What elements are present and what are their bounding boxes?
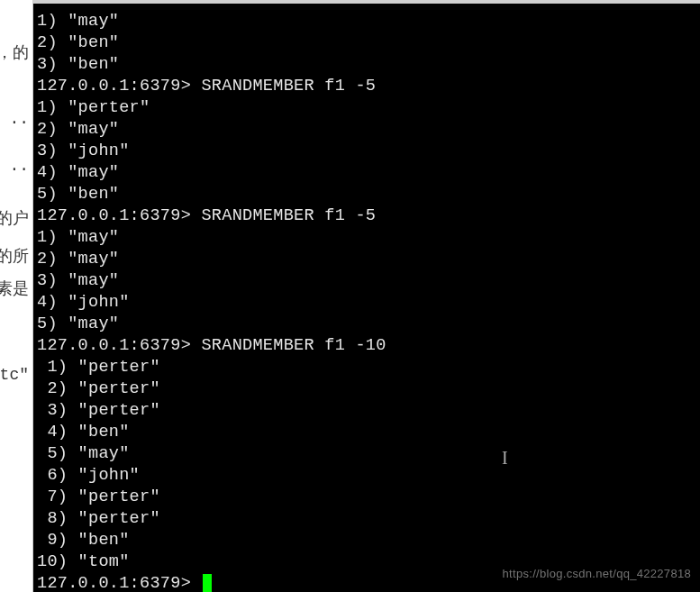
terminal-output-line: 6) "john" [37, 465, 696, 487]
sidebar-text: .. [0, 155, 32, 177]
terminal-output-line: 4) "ben" [37, 422, 696, 443]
terminal-output-line: 2) "ben" [37, 32, 696, 54]
sidebar-text: "tc [0, 364, 32, 386]
sidebar-text: 的户 [0, 205, 32, 231]
terminal-output-line: 1) "perter" [37, 357, 696, 378]
watermark-text: https://blog.csdn.net/qq_42227818 [503, 563, 691, 585]
terminal-output-line: 5) "may" [37, 443, 696, 465]
left-sidebar: 的， .. .. 的户 的所 素是 "tc [0, 0, 33, 592]
terminal-output-line: 3) "perter" [37, 400, 696, 422]
terminal-output-line: 3) "john" [37, 141, 696, 162]
terminal-output-line: 1) "perter" [37, 97, 696, 119]
terminal-output-line: 5) "may" [37, 314, 696, 335]
terminal-output-line: 9) "ben" [37, 530, 696, 551]
terminal-output-line: 1) "may" [37, 11, 696, 32]
terminal-output-line: 4) "may" [37, 162, 696, 184]
terminal-command-line: 127.0.0.1:6379> SRANDMEMBER f1 -5 [37, 205, 696, 227]
terminal-output-line: 8) "perter" [37, 508, 696, 530]
sidebar-text: 的所 [0, 243, 32, 269]
terminal-prompt: 127.0.0.1:6379> [37, 574, 201, 592]
terminal-output-line: 3) "may" [37, 270, 696, 292]
terminal-output-line: 2) "perter" [37, 378, 696, 400]
terminal-output-line: 7) "perter" [37, 487, 696, 508]
terminal-window[interactable]: 1) "may" 2) "ben" 3) "ben" 127.0.0.1:637… [33, 0, 700, 592]
terminal-output-line: 5) "ben" [37, 184, 696, 205]
terminal-output-line: 3) "ben" [37, 54, 696, 76]
sidebar-text: 素是 [0, 276, 32, 301]
sidebar-text: 的， [0, 40, 32, 65]
terminal-output-line: 1) "may" [37, 227, 696, 249]
sidebar-text: .. [0, 108, 32, 130]
terminal-output-line: 4) "john" [37, 292, 696, 314]
terminal-cursor [203, 574, 212, 592]
terminal-command-line: 127.0.0.1:6379> SRANDMEMBER f1 -10 [37, 335, 696, 357]
terminal-command-line: 127.0.0.1:6379> SRANDMEMBER f1 -5 [37, 76, 696, 97]
text-cursor-icon: I [502, 447, 508, 469]
terminal-output-line: 2) "may" [37, 119, 696, 141]
terminal-output-line: 2) "may" [37, 249, 696, 270]
